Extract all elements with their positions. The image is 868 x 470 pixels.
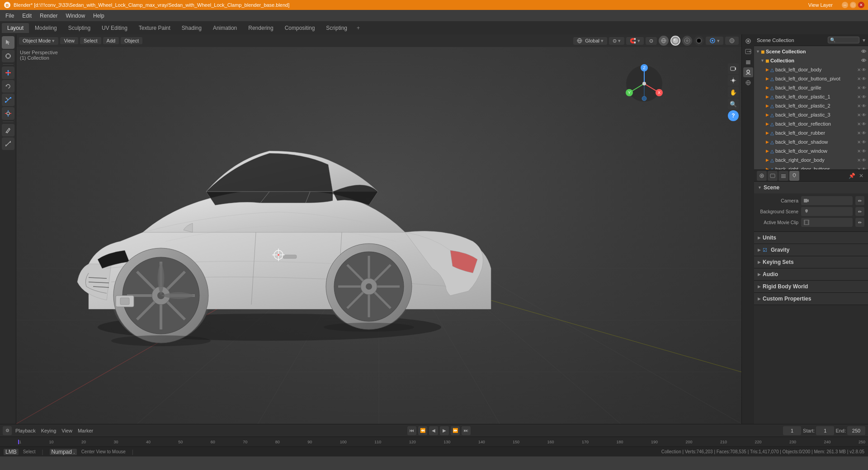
outliner-item-10[interactable]: ▶ △ back_right_door_body ✕ 👁 [754,155,868,164]
tab-rendering[interactable]: Rendering [243,23,278,33]
movie-clip-edit-icon[interactable]: ✏ [855,218,864,227]
end-frame-input[interactable] [847,426,865,435]
outliner-collection[interactable]: ▼ ◼ Collection 👁 [754,56,868,65]
movie-clip-value[interactable] [801,218,853,227]
prop-icon-output[interactable] [743,47,753,56]
play-reverse-btn[interactable]: ◀ [429,426,438,435]
prop-icon-scene[interactable] [743,67,753,77]
item-vis-3[interactable]: ✕ [857,94,861,99]
background-scene-value[interactable] [801,207,853,216]
prop-icon-world[interactable] [743,78,753,88]
prop-icon-view-layer[interactable] [743,57,753,67]
item-cam-0[interactable]: 👁 [862,67,866,72]
item-cam-6[interactable]: 👁 [862,122,866,127]
overlay-btn[interactable]: ▾ [706,37,723,45]
menu-file[interactable]: File [2,12,18,20]
outliner-item-4[interactable]: ▶ △ back_left_door_plastic_2 ✕ 👁 [754,101,868,110]
close-button[interactable]: ✕ [858,2,864,8]
tab-compositing[interactable]: Compositing [279,23,321,33]
background-edit-icon[interactable]: ✏ [855,207,864,216]
tool-move[interactable] [2,66,14,79]
custom-properties-header[interactable]: ▶ Custom Properties [754,293,868,305]
item-cam-2[interactable]: 👁 [862,85,866,90]
prop-tab-scene[interactable] [789,171,799,181]
viewport-select-btn[interactable]: Select [80,37,101,44]
item-vis-10[interactable]: ✕ [857,158,861,163]
rigid-body-world-header[interactable]: ▶ Rigid Body World [754,281,868,292]
prop-icon-render[interactable] [743,36,753,46]
item-vis-11[interactable]: ✕ [857,167,861,170]
properties-close-icon[interactable]: ✕ [857,173,865,179]
transform-global-btn[interactable]: Global ▾ [573,37,607,45]
menu-window[interactable]: Window [62,12,89,20]
menu-help[interactable]: Help [90,12,108,20]
tab-uv-editing[interactable]: UV Editing [96,23,133,33]
view-sun-icon[interactable] [728,75,739,86]
item-vis-0[interactable]: ✕ [857,67,861,72]
outliner-search[interactable] [828,37,859,43]
outliner-item-9[interactable]: ▶ △ back_left_door_window ✕ 👁 [754,146,868,155]
prop-tab-render[interactable] [757,171,767,181]
keying-sets-header[interactable]: ▶ Keying Sets [754,256,868,268]
outliner-scene-collection[interactable]: ▼ ◼ Scene Collection 👁 [754,47,868,56]
shading-material-btn[interactable] [682,36,692,46]
tab-add-button[interactable]: + [353,23,363,33]
tool-measure[interactable] [2,137,14,150]
xray-btn[interactable] [725,37,739,45]
menu-render[interactable]: Render [36,12,61,20]
item-vis-1[interactable]: ✕ [857,76,861,81]
snap-btn[interactable]: 🧲 ▾ [626,37,644,45]
item-vis-6[interactable]: ✕ [857,122,861,127]
tab-texture-paint[interactable]: Texture Paint [133,23,176,33]
proportional-btn[interactable]: ⊙ [646,37,657,45]
units-section-header[interactable]: ▶ Units [754,232,868,244]
menu-edit[interactable]: Edit [19,12,35,20]
tool-scale[interactable] [2,94,14,106]
item-cam-7[interactable]: 👁 [862,131,866,136]
outliner-item-6[interactable]: ▶ △ back_left_door_reflection ✕ 👁 [754,119,868,128]
viewport-view-btn[interactable]: View [60,37,78,44]
item-vis-5[interactable]: ✕ [857,113,861,118]
viewport-object-btn[interactable]: Object [121,37,142,44]
tab-scripting[interactable]: Scripting [321,23,353,33]
audio-section-header[interactable]: ▶ Audio [754,268,868,280]
view-question-icon[interactable]: ? [728,110,739,121]
outliner-item-3[interactable]: ▶ △ back_left_door_plastic_1 ✕ 👁 [754,92,868,101]
next-keyframe-btn[interactable]: ⏩ [451,426,460,435]
timeline-settings-btn[interactable]: ⚙ [3,426,12,435]
tool-rotate[interactable] [2,80,14,93]
item-vis-2[interactable]: ✕ [857,85,861,90]
item-cam-11[interactable]: 👁 [862,167,866,170]
tab-animation[interactable]: Animation [208,23,242,33]
tab-layout[interactable]: Layout [2,23,29,33]
item-cam-4[interactable]: 👁 [862,103,866,108]
scene-section-header[interactable]: ▼ Scene [754,182,868,193]
tool-cursor[interactable] [2,50,14,62]
minimize-button[interactable]: ─ [842,2,848,8]
item-cam-1[interactable]: 👁 [862,76,866,81]
item-vis-4[interactable]: ✕ [857,103,861,108]
tab-modeling[interactable]: Modeling [29,23,62,33]
camera-edit-icon[interactable]: ✏ [855,196,864,205]
item-vis-8[interactable]: ✕ [857,140,861,145]
view-hand-icon[interactable]: ✋ [728,87,739,98]
tool-select[interactable] [2,36,14,49]
play-btn[interactable]: ▶ [440,426,449,435]
current-frame-input[interactable] [783,426,801,435]
tool-transform[interactable] [2,107,14,120]
prop-tab-view-layer[interactable] [778,171,788,181]
tab-sculpting[interactable]: Sculpting [63,23,96,33]
outliner-item-2[interactable]: ▶ △ back_left_door_grille ✕ 👁 [754,83,868,92]
object-mode-btn[interactable]: Object Mode ▾ [19,37,58,45]
shading-wire-btn[interactable] [659,36,669,46]
maximize-button[interactable]: □ [850,2,856,8]
jump-start-btn[interactable]: ⏮ [407,426,416,435]
start-frame-input[interactable] [816,426,834,435]
outliner-item-0[interactable]: ▶ △ back_left_door_body ✕ 👁 [754,65,868,74]
item-vis-7[interactable]: ✕ [857,131,861,136]
item-cam-9[interactable]: 👁 [862,149,866,154]
outliner-item-11[interactable]: ▶ △ back_right_door_buttons ✕ 👁 [754,164,868,170]
prev-keyframe-btn[interactable]: ⏪ [418,426,427,435]
gravity-section-header[interactable]: ▶ ☑ Gravity [754,244,868,256]
outliner-item-5[interactable]: ▶ △ back_left_door_plastic_3 ✕ 👁 [754,110,868,119]
